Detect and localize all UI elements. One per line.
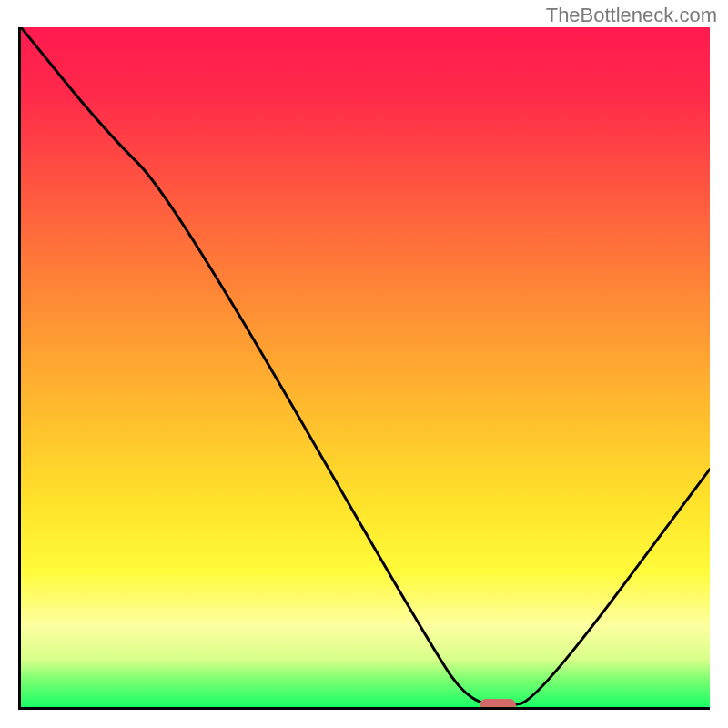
- bottleneck-curve: [21, 27, 710, 705]
- curve-svg: [21, 27, 710, 707]
- optimal-marker: [480, 699, 516, 710]
- plot-area: [18, 27, 710, 710]
- watermark-text: TheBottleneck.com: [546, 4, 717, 27]
- chart-container: TheBottleneck.com: [0, 0, 728, 728]
